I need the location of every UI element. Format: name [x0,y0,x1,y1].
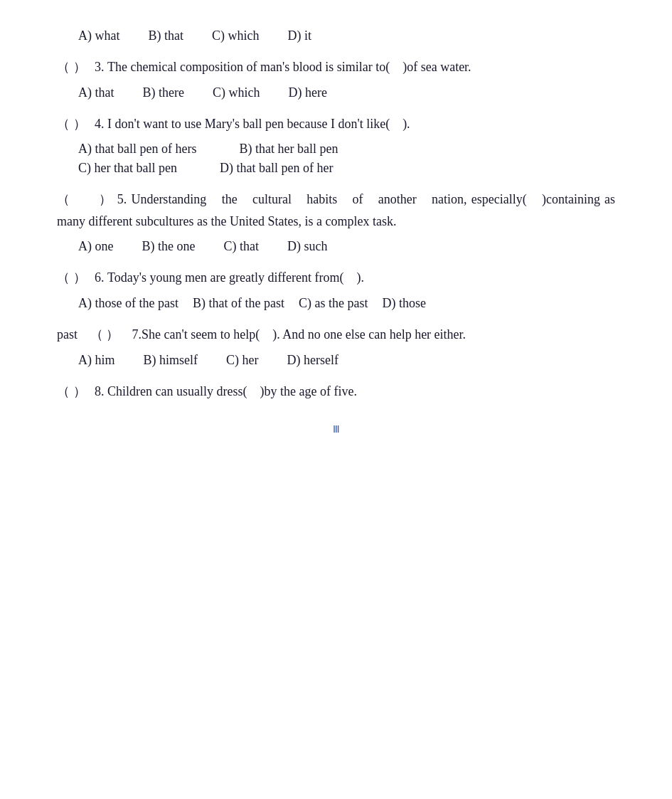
q7-option-c: C) her [226,353,258,368]
question-3: （ ） 3. The chemical composition of man's… [57,56,615,100]
q6-option-a: A) those of the past [78,296,178,311]
q5-bracket: （ ） [57,192,113,206]
q5-options-row: A) one B) the one C) that D) such [57,239,615,254]
q8-content: Children can usually dress( )by the age … [107,384,357,398]
q4-content: I don't want to use Mary's ball pen beca… [107,117,410,131]
q4-option-d: D) that ball pen of her [220,161,333,176]
q3-number: 3. [95,60,105,74]
q6-option-d: D) those [382,296,426,311]
q4-option-b: B) that her ball pen [239,142,338,157]
q7-option-b: B) himself [144,353,198,368]
q3-option-c: C) which [213,85,260,100]
q2-option-b: B) that [148,28,183,43]
q2-options-row: A) what B) that C) which D) it [57,28,615,43]
q3-content: The chemical composition of man's blood … [107,60,471,74]
q6-option-c: C) as the past [299,296,368,311]
page-number: Ⅲ [57,423,615,435]
q7-option-a: A) him [78,353,115,368]
q2-option-a: A) what [78,28,119,43]
q2-option-d: D) it [287,28,311,43]
q6-content: Today's young men are greatly different … [107,270,364,285]
question-8: （ ） 8. Children can usually dress( )by t… [57,381,615,403]
q5-option-a: A) one [78,239,113,254]
q6-text: （ ） 6. Today's young men are greatly dif… [57,267,615,289]
q3-bracket: （ ） [57,60,86,74]
q4-option-c: C) her that ball pen [78,161,177,176]
q4-options-row1: A) that ball pen of hers B) that her bal… [78,142,615,157]
q8-text: （ ） 8. Children can usually dress( )by t… [57,381,615,403]
q6-number: 6. [95,270,105,285]
q7-option-d: D) herself [287,353,338,368]
q3-option-b: B) there [142,85,183,100]
question-5: （ ） 5. Understanding the cultural habits… [57,189,615,254]
q4-text: （ ） 4. I don't want to use Mary's ball p… [57,113,615,135]
question-7: past （ ） 7.She can't seem to help( ). An… [57,324,615,368]
question-4: （ ） 4. I don't want to use Mary's ball p… [57,113,615,176]
q5-content: Understanding the cultural habits of ano… [57,192,615,228]
q4-options-row2: C) her that ball pen D) that ball pen of… [78,161,615,176]
q6-bracket: （ ） [57,270,86,285]
q4-number: 4. [95,117,105,131]
q6-option-b: B) that of the past [193,296,284,311]
q7-content: past （ ） 7.She can't seem to help( ). An… [57,327,466,342]
q3-text: （ ） 3. The chemical composition of man's… [57,56,615,78]
q5-option-b: B) the one [142,239,195,254]
q7-text: past （ ） 7.She can't seem to help( ). An… [57,324,615,346]
q5-option-c: C) that [223,239,259,254]
q3-option-d: D) here [288,85,326,100]
q8-number: 8. [95,384,105,398]
q4-bracket: （ ） [57,117,86,131]
question-6: （ ） 6. Today's young men are greatly dif… [57,267,615,311]
question-2-options: A) what B) that C) which D) it [57,28,615,43]
q3-options-row: A) that B) there C) which D) here [57,85,615,100]
q5-number: 5. [117,192,127,206]
q5-text: （ ） 5. Understanding the cultural habits… [57,189,615,232]
q4-option-a: A) that ball pen of hers [78,142,196,157]
q2-option-c: C) which [212,28,260,43]
q8-bracket: （ ） [57,384,86,398]
q5-option-d: D) such [287,239,328,254]
q3-option-a: A) that [78,85,114,100]
q4-options: A) that ball pen of hers B) that her bal… [57,142,615,176]
q7-options-row: A) him B) himself C) her D) herself [57,353,615,368]
q6-options-row: A) those of the past B) that of the past… [57,296,615,311]
